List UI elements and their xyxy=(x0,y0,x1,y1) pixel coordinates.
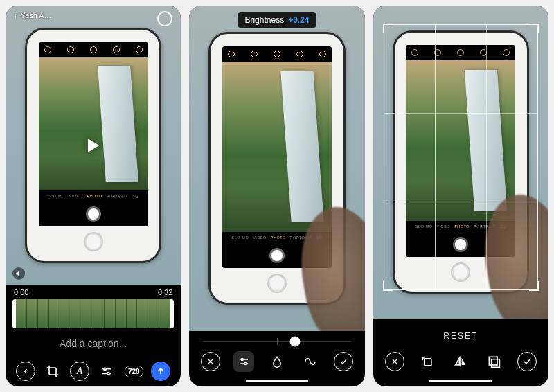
confirm-button[interactable] xyxy=(517,351,537,372)
tab-curves[interactable] xyxy=(300,351,321,372)
bottom-toolbar: A 720 xyxy=(6,356,181,386)
author-name: Yash A… xyxy=(21,11,52,19)
filter-icon xyxy=(136,46,143,53)
mode-square: SQ xyxy=(132,194,138,198)
panel-adjust: Brightness +0.24 SLO-MO VIDEO PHOTO PORT… xyxy=(189,6,364,386)
crop-tab-bar xyxy=(373,346,548,377)
hdr-icon xyxy=(251,51,258,57)
svg-rect-18 xyxy=(492,359,500,368)
flash-icon xyxy=(44,46,51,53)
crop-button[interactable] xyxy=(42,361,63,382)
shutter-button-icon xyxy=(86,206,101,222)
mode-slomo: SLO-MO xyxy=(48,194,65,198)
play-icon[interactable] xyxy=(88,139,99,152)
camera-top-controls xyxy=(222,46,332,62)
crop-handle-tl[interactable] xyxy=(383,24,393,33)
mode-portrait: PORTRAIT xyxy=(106,194,128,198)
progress-ring-icon xyxy=(157,11,172,26)
trim-filmstrip[interactable] xyxy=(12,299,174,328)
timer-icon xyxy=(113,46,120,53)
panel-video-edit: ↑ Yash A… SLO-MO VIDEO PHOTO PORTRAIT xyxy=(6,6,181,386)
adjust-value-pill: Brightness +0.24 xyxy=(238,12,316,28)
mode-video: VIDEO xyxy=(69,194,83,198)
live-icon xyxy=(274,51,280,57)
back-button[interactable] xyxy=(15,361,36,382)
svg-point-2 xyxy=(104,368,106,370)
wave-icon xyxy=(303,355,317,368)
rotate-button[interactable] xyxy=(417,351,438,372)
home-button-icon xyxy=(84,232,103,251)
camera-mode-row: SLO-MO VIDEO PHOTO PORTRAIT SQ xyxy=(39,190,148,202)
back-arrow-icon: ↑ xyxy=(14,11,18,19)
adjust-label: Brightness xyxy=(244,15,284,25)
camera-bottom xyxy=(39,202,148,226)
cancel-button[interactable] xyxy=(384,351,405,372)
tab-adjust[interactable] xyxy=(233,351,254,372)
grid-line xyxy=(384,202,537,202)
svg-point-9 xyxy=(241,359,243,361)
crop-handle-br[interactable] xyxy=(529,281,539,291)
adjust-preview[interactable]: Brightness +0.24 SLO-MO VIDEO PHOTO PORT… xyxy=(189,6,364,331)
svg-point-10 xyxy=(244,363,247,365)
flip-icon xyxy=(454,355,467,368)
video-preview[interactable]: ↑ Yash A… SLO-MO VIDEO PHOTO PORTRAIT xyxy=(6,6,181,285)
adjust-icon xyxy=(100,364,114,378)
panel-crop: SLO-MO VIDEO PHOTO PORTRAIT SQ xyxy=(373,6,548,386)
camera-viewfinder xyxy=(39,57,148,190)
time-end: 0:32 xyxy=(158,288,172,296)
home-indicator xyxy=(246,380,308,382)
sound-icon[interactable] xyxy=(12,267,25,280)
adjust-tab-bar xyxy=(189,346,364,377)
camera-viewfinder xyxy=(222,62,332,233)
camera-top-controls xyxy=(39,42,148,57)
slider-thumb[interactable] xyxy=(289,337,300,347)
mode-photo: PHOTO xyxy=(87,194,102,198)
crop-handle-tr[interactable] xyxy=(529,24,539,33)
adjust-slider[interactable] xyxy=(189,331,364,346)
grid-line xyxy=(486,25,487,289)
filter-icon xyxy=(319,51,326,57)
adjust-button[interactable] xyxy=(96,361,117,382)
author-chip[interactable]: ↑ Yash A… xyxy=(14,11,52,19)
send-button[interactable] xyxy=(150,361,171,382)
cancel-button[interactable] xyxy=(200,351,221,372)
camera-app-screen: SLO-MO VIDEO PHOTO PORTRAIT SQ xyxy=(39,42,148,226)
svg-rect-17 xyxy=(489,357,497,365)
timer-icon xyxy=(296,51,303,57)
drop-icon xyxy=(271,355,283,368)
adjust-value: +0.24 xyxy=(288,15,309,25)
resolution-button[interactable]: 720 xyxy=(123,361,144,382)
caption-input[interactable]: Add a caption... xyxy=(6,332,181,356)
tab-filters[interactable] xyxy=(267,351,287,372)
hdr-icon xyxy=(67,46,74,53)
mode-slomo: SLO-MO xyxy=(231,235,249,240)
svg-point-3 xyxy=(107,373,109,375)
mode-photo: PHOTO xyxy=(271,235,286,240)
aspect-icon xyxy=(487,355,501,368)
crop-preview[interactable]: SLO-MO VIDEO PHOTO PORTRAIT SQ xyxy=(373,6,548,319)
aspect-button[interactable] xyxy=(483,351,504,372)
confirm-button[interactable] xyxy=(333,351,354,372)
rotate-icon xyxy=(420,355,434,368)
grid-line xyxy=(435,25,436,289)
time-start: 0:00 xyxy=(14,288,28,296)
markup-icon: A xyxy=(70,362,89,381)
resolution-badge: 720 xyxy=(125,366,143,377)
slider-center-tick xyxy=(277,338,278,345)
crop-frame[interactable] xyxy=(384,24,538,290)
shutter-button-icon xyxy=(269,248,285,263)
flip-button[interactable] xyxy=(450,351,471,372)
live-icon xyxy=(90,46,97,53)
crop-handle-bl[interactable] xyxy=(383,281,393,291)
svg-marker-15 xyxy=(456,358,460,365)
grid-line xyxy=(384,113,537,114)
reset-button[interactable]: RESET xyxy=(373,319,548,346)
markup-button[interactable]: A xyxy=(69,361,90,382)
svg-marker-16 xyxy=(462,358,466,365)
svg-rect-13 xyxy=(425,359,431,366)
send-arrow-icon xyxy=(156,366,166,376)
time-bar: 0:00 0:32 xyxy=(6,285,181,298)
home-button-icon xyxy=(267,274,287,293)
mode-video: VIDEO xyxy=(253,235,267,240)
flash-icon xyxy=(228,51,235,57)
